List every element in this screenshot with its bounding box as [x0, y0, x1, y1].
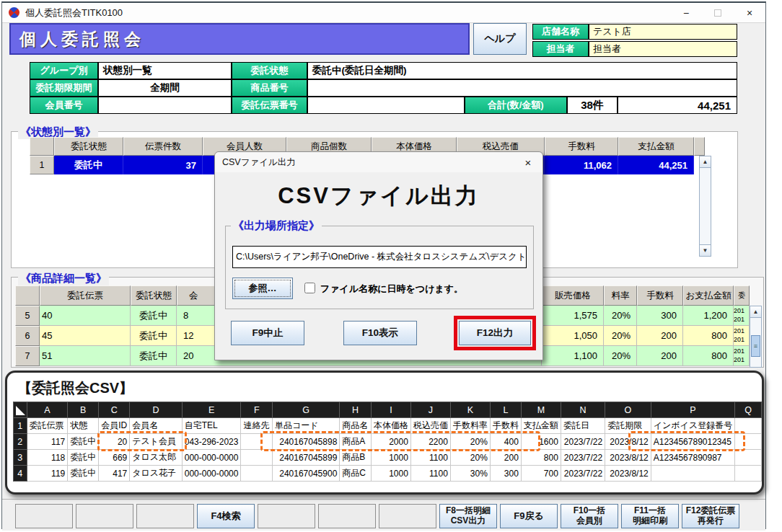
col-letter[interactable]: P: [651, 402, 734, 418]
cell-date[interactable]: 201 201: [734, 346, 750, 366]
cell-fee[interactable]: 200: [637, 346, 683, 366]
scroll-up-icon[interactable]: ▲: [700, 156, 711, 168]
cell-slip[interactable]: 45: [40, 326, 131, 346]
state-value[interactable]: 委託中(委託日全期間): [307, 62, 737, 79]
sheet-header[interactable]: 自宅TEL: [182, 418, 241, 434]
scroll-up-icon[interactable]: ▲: [750, 306, 761, 318]
col-letter[interactable]: D: [130, 402, 182, 418]
cell[interactable]: タロス太郎: [130, 450, 182, 466]
row-number[interactable]: 2: [14, 434, 27, 450]
cell-payment[interactable]: 800: [683, 326, 734, 346]
cell[interactable]: 2023/7/22: [561, 466, 605, 482]
select-all-corner[interactable]: [14, 402, 27, 418]
row-number[interactable]: 3: [14, 450, 27, 466]
cell[interactable]: [241, 450, 273, 466]
col-letter[interactable]: K: [450, 402, 490, 418]
cell[interactable]: 300: [490, 466, 521, 482]
cell-rate[interactable]: 20%: [604, 346, 637, 366]
cell[interactable]: 委託中: [68, 434, 99, 450]
cell[interactable]: 1000: [371, 466, 410, 482]
col-header[interactable]: 委託伝票: [40, 285, 131, 306]
cell[interactable]: 商品B: [340, 450, 372, 466]
cell[interactable]: 1100: [410, 450, 450, 466]
col-header[interactable]: 支払金額: [618, 137, 694, 156]
cell-fee[interactable]: 11,062: [545, 156, 618, 174]
cell[interactable]: 117: [27, 434, 68, 450]
cell[interactable]: 043-296-2023: [182, 434, 241, 450]
col-letter[interactable]: Q: [735, 402, 762, 418]
cell[interactable]: 委託中: [68, 450, 99, 466]
cell[interactable]: 2023/7/22: [561, 450, 605, 466]
cell[interactable]: [651, 466, 734, 482]
output-path-field[interactable]: C:\Users\ライアン邦子\OneDrive - 株式会社タロスシステムズ\…: [232, 246, 527, 268]
cell-date[interactable]: 201 201: [734, 306, 750, 326]
f10-by-member-button[interactable]: F10一括 会員別: [561, 504, 618, 528]
col-header[interactable]: 販売価格: [542, 285, 604, 306]
cell-date[interactable]: 201 201: [734, 326, 750, 346]
col-letter[interactable]: C: [99, 402, 130, 418]
col-letter[interactable]: I: [371, 402, 410, 418]
cell[interactable]: 669: [99, 450, 130, 466]
col-letter[interactable]: J: [410, 402, 450, 418]
help-button[interactable]: ヘルプ: [473, 23, 527, 55]
row-number[interactable]: 7: [15, 346, 40, 366]
col-header[interactable]: 委託状態: [131, 285, 177, 306]
cell[interactable]: [735, 450, 762, 466]
item-number-value[interactable]: [307, 79, 737, 97]
cell-rate[interactable]: 20%: [604, 306, 637, 326]
sheet-header[interactable]: 状態: [68, 418, 99, 434]
f12-reissue-slip-button[interactable]: F12委託伝票 再発行: [682, 504, 739, 528]
cell-price[interactable]: 1,050: [542, 326, 604, 346]
state-list-scrollbar[interactable]: ▲ ▼: [699, 156, 711, 257]
sheet-header[interactable]: 委託日: [561, 418, 605, 434]
cell[interactable]: 委託中: [68, 466, 99, 482]
col-letter[interactable]: B: [68, 402, 99, 418]
col-header[interactable]: 委: [734, 285, 750, 306]
col-header[interactable]: 料率: [604, 285, 637, 306]
dialog-close-icon[interactable]: ×: [514, 152, 542, 172]
scroll-down-icon[interactable]: ▼: [700, 244, 711, 256]
row-number[interactable]: 6: [15, 326, 40, 346]
maximize-button[interactable]: [702, 3, 734, 22]
cell-fee[interactable]: 300: [637, 306, 683, 326]
col-header[interactable]: 手数料: [637, 285, 683, 306]
sheet-header[interactable]: 委託伝票: [27, 418, 68, 434]
row-number[interactable]: 4: [14, 466, 27, 482]
cell[interactable]: A1234567890987: [651, 450, 734, 466]
cell-slip[interactable]: 40: [40, 306, 131, 326]
f4-search-button[interactable]: F4検索: [197, 504, 255, 528]
group-value[interactable]: 状態別一覧: [98, 62, 232, 79]
f9-cancel-button[interactable]: F9中止: [231, 321, 304, 345]
cell[interactable]: 200: [490, 450, 521, 466]
col-letter[interactable]: A: [27, 402, 68, 418]
cell-fee[interactable]: 200: [637, 326, 683, 346]
cell[interactable]: 119: [27, 466, 68, 482]
row-number[interactable]: 5: [15, 306, 40, 326]
cell[interactable]: 1100: [410, 466, 450, 482]
cell[interactable]: 商品C: [340, 466, 372, 482]
cell-state[interactable]: 委託中: [131, 346, 177, 366]
f8-csv-export-button[interactable]: F8一括明細 CSV出力: [439, 504, 497, 528]
period-value[interactable]: 全期間: [98, 79, 232, 97]
cell[interactable]: 20%: [450, 450, 490, 466]
store-name-field[interactable]: テスト店: [589, 24, 737, 40]
cell-payment[interactable]: 44,251: [618, 156, 694, 174]
append-datetime-checkbox[interactable]: [304, 283, 315, 293]
col-header[interactable]: お支払金額: [683, 285, 734, 306]
cell[interactable]: タロス花子: [130, 466, 182, 482]
cell[interactable]: 800: [521, 450, 561, 466]
col-header[interactable]: 手数料: [545, 137, 618, 156]
col-header[interactable]: 伝票件数: [123, 137, 203, 156]
cell-slips[interactable]: 37: [123, 156, 203, 174]
cell[interactable]: 240167045899: [273, 450, 340, 466]
cell[interactable]: [735, 466, 762, 482]
cell-rate[interactable]: 20%: [604, 326, 637, 346]
f9-back-button[interactable]: F9戻る: [500, 504, 558, 528]
minimize-button[interactable]: −: [670, 3, 702, 22]
cell[interactable]: 2023/7/22: [561, 434, 605, 450]
col-letter[interactable]: N: [561, 402, 605, 418]
cell[interactable]: [241, 466, 273, 482]
col-letter[interactable]: G: [273, 402, 340, 418]
col-letter[interactable]: O: [605, 402, 651, 418]
cell-state[interactable]: 委託中: [131, 306, 177, 326]
